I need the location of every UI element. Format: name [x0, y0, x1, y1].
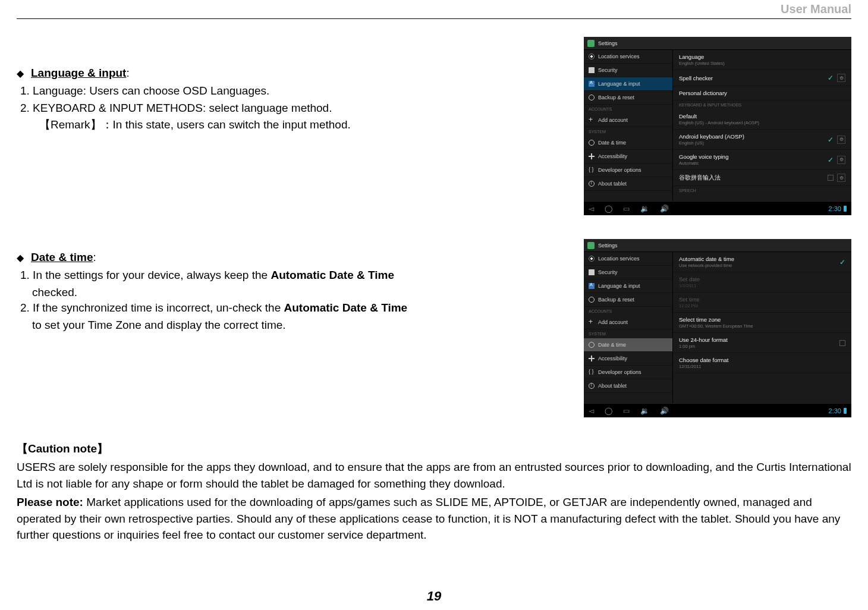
row-google-voice[interactable]: Google voice typingAutomatic✓⚙ — [673, 150, 851, 170]
check-icon: ✓ — [828, 136, 834, 144]
settings-app-icon — [587, 40, 595, 47]
caution-note: Please note: Market applications used fo… — [17, 494, 851, 543]
sidebar-cat-system: SYSTEM — [584, 329, 672, 338]
shot1-navbar: ◅ ◯ ▭ 🔉 🔊 2:30 — [584, 201, 851, 215]
shot2-header: Settings — [584, 239, 851, 252]
page-header: User Manual — [17, 0, 851, 19]
row-set-date[interactable]: Set date1/1/2011 — [673, 272, 851, 293]
section2-item2-cont: to set your Time Zone and display the co… — [32, 317, 492, 334]
accessibility-icon — [589, 356, 595, 361]
nav-back-icon[interactable]: ◅ — [589, 205, 594, 213]
nav-vol-up-icon[interactable]: 🔊 — [660, 407, 669, 415]
screenshot-date-time: Settings Location services Security Lang… — [584, 239, 851, 417]
shot2-sidebar: Location services Security Language & in… — [584, 252, 673, 403]
sidebar-cat-system: SYSTEM — [584, 127, 672, 136]
row-android-keyboard[interactable]: Android keyboard (AOSP)English (US)✓⚙ — [673, 130, 851, 150]
check-icon: ✓ — [828, 74, 834, 82]
section1-text: ◆ Language & input: 1. Language: Users c… — [17, 37, 492, 133]
sidebar-item-backup[interactable]: Backup & reset — [584, 293, 672, 307]
check-empty-icon[interactable] — [839, 340, 845, 346]
header-title: User Manual — [781, 2, 851, 15]
settings-small-icon[interactable]: ⚙ — [837, 136, 845, 144]
clock-icon — [589, 140, 595, 146]
shot1-content: LanguageEnglish (United States) Spell ch… — [673, 50, 851, 201]
section1-remark: 【Remark】：In this state, users can switch… — [39, 117, 492, 133]
settings-small-icon[interactable]: ⚙ — [837, 156, 845, 164]
sidebar-item-developer[interactable]: { }Developer options — [584, 163, 672, 177]
section2-item1-cont: checked. — [32, 285, 492, 301]
sidebar-item-datetime[interactable]: Date & time — [584, 338, 672, 352]
sidebar-item-accessibility[interactable]: Accessibility — [584, 352, 672, 366]
sidebar-item-location[interactable]: Location services — [584, 50, 672, 64]
caution-heading: 【Caution note】 — [17, 441, 851, 457]
row-personal-dict[interactable]: Personal dictionary — [673, 86, 851, 100]
accessibility-icon — [589, 153, 595, 159]
location-icon — [589, 256, 595, 262]
shot1-title: Settings — [598, 40, 618, 46]
diamond-icon: ◆ — [17, 68, 24, 79]
about-icon — [589, 383, 595, 389]
nav-vol-down-icon[interactable]: 🔉 — [640, 407, 649, 415]
nav-vol-down-icon[interactable]: 🔉 — [640, 205, 649, 213]
row-auto-datetime[interactable]: Automatic date & timeUse network-provide… — [673, 252, 851, 272]
sidebar-cat-accounts: ACCOUNTS — [584, 105, 672, 114]
settings-small-icon[interactable]: ⚙ — [837, 174, 845, 182]
section-date-time: ◆ Date & time: 1. In the settings for yo… — [17, 239, 851, 417]
sidebar-item-datetime[interactable]: Date & time — [584, 136, 672, 150]
sidebar-item-language[interactable]: Language & input — [584, 77, 672, 91]
sidebar-item-backup[interactable]: Backup & reset — [584, 91, 672, 105]
sidebar-item-about[interactable]: About tablet — [584, 379, 672, 393]
row-date-format[interactable]: Choose date format12/31/2011 — [673, 353, 851, 373]
lock-icon — [589, 269, 595, 275]
clock-icon — [589, 342, 595, 348]
sidebar-item-add-account[interactable]: +Add account — [584, 316, 672, 329]
plus-icon: + — [589, 319, 595, 325]
caution-body1: USERS are solely responsible for the app… — [17, 459, 851, 492]
about-icon — [589, 181, 595, 187]
sidebar-item-security[interactable]: Security — [584, 266, 672, 279]
sidebar-item-location[interactable]: Location services — [584, 252, 672, 266]
lock-icon — [589, 67, 595, 73]
sidebar-item-about[interactable]: About tablet — [584, 177, 672, 191]
location-icon — [589, 54, 595, 59]
caution-section: 【Caution note】 USERS are solely responsi… — [17, 441, 851, 543]
row-pinyin[interactable]: 谷歌拼音输入法⚙ — [673, 170, 851, 186]
nav-home-icon[interactable]: ◯ — [605, 205, 612, 213]
diamond-icon: ◆ — [17, 252, 24, 263]
content-cat-speech: SPEECH — [673, 186, 851, 195]
screenshot-language-input: Settings Location services Security Lang… — [584, 37, 851, 215]
sidebar-item-developer[interactable]: { }Developer options — [584, 366, 672, 379]
section1-heading: Language & input: — [31, 67, 130, 80]
check-icon: ✓ — [828, 156, 834, 164]
nav-vol-up-icon[interactable]: 🔊 — [660, 205, 669, 213]
content-cat-keyboard: KEYBOARD & INPUT METHODS — [673, 100, 851, 109]
sidebar-item-security[interactable]: Security — [584, 64, 672, 77]
shot2-navbar: ◅ ◯ ▭ 🔉 🔊 2:30 — [584, 403, 851, 417]
language-icon — [589, 283, 595, 289]
settings-small-icon[interactable]: ⚙ — [837, 74, 845, 82]
section2-text: ◆ Date & time: 1. In the settings for yo… — [17, 239, 492, 333]
row-timezone[interactable]: Select time zoneGMT+00:00, Western Europ… — [673, 313, 851, 333]
row-language[interactable]: LanguageEnglish (United States) — [673, 50, 851, 70]
check-icon[interactable]: ✓ — [839, 258, 845, 266]
section2-item2: 2. If the synchronized time is incorrect… — [20, 300, 492, 316]
sidebar-cat-accounts: ACCOUNTS — [584, 307, 672, 316]
battery-icon — [844, 206, 847, 212]
nav-back-icon[interactable]: ◅ — [589, 407, 594, 415]
nav-recent-icon[interactable]: ▭ — [623, 407, 630, 415]
check-empty-icon[interactable] — [828, 175, 834, 181]
section2-item1: 1. In the settings for your device, alwa… — [20, 268, 492, 284]
sidebar-item-accessibility[interactable]: Accessibility — [584, 150, 672, 163]
row-set-time[interactable]: Set time12:02 PM — [673, 293, 851, 313]
sidebar-item-add-account[interactable]: +Add account — [584, 114, 672, 127]
row-24hour[interactable]: Use 24-hour format1:00 pm — [673, 333, 851, 353]
section1-item1: 1. Language: Users can choose OSD Langua… — [20, 83, 492, 99]
nav-home-icon[interactable]: ◯ — [605, 407, 612, 415]
row-default-keyboard[interactable]: DefaultEnglish (US) - Android keyboard (… — [673, 109, 851, 130]
sidebar-item-language[interactable]: Language & input — [584, 279, 672, 293]
shot1-sidebar: Location services Security Language & in… — [584, 50, 673, 201]
section1-item2: 2. KEYBOARD & INPUT METHODS: select lang… — [20, 100, 492, 117]
row-spellchecker[interactable]: Spell checker✓⚙ — [673, 70, 851, 86]
nav-recent-icon[interactable]: ▭ — [623, 205, 630, 213]
shot2-content: Automatic date & timeUse network-provide… — [673, 252, 851, 403]
